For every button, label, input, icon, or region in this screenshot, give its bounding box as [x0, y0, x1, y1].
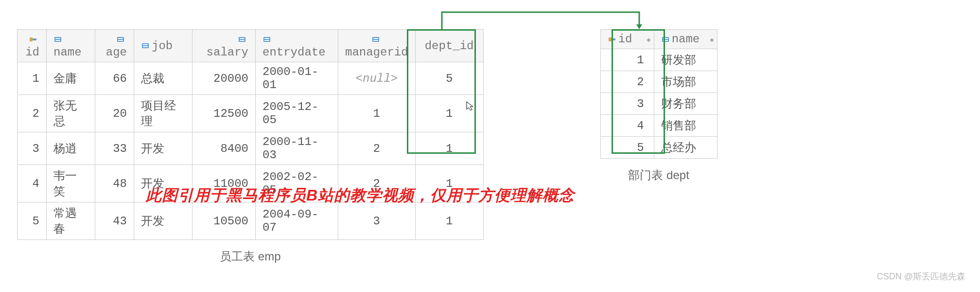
table-cell[interactable]: 3 — [18, 132, 47, 165]
svg-rect-13 — [240, 40, 245, 41]
column-icon — [238, 36, 246, 43]
table-cell[interactable]: 4 — [600, 115, 654, 137]
table-cell[interactable]: 总经办 — [654, 137, 717, 159]
sort-icon[interactable]: ◆ — [710, 35, 714, 43]
table-row[interactable]: 3财务部 — [600, 93, 717, 115]
svg-rect-22 — [662, 37, 669, 42]
table-cell[interactable]: 杨逍 — [47, 132, 95, 165]
col-header-name[interactable]: name — [47, 30, 95, 62]
svg-rect-14 — [263, 37, 270, 42]
table-cell[interactable]: 财务部 — [654, 93, 717, 115]
col-salary-label: salary — [207, 46, 248, 59]
table-cell[interactable]: 5 — [600, 137, 654, 159]
svg-rect-24 — [663, 40, 668, 41]
table-cell[interactable]: 市场部 — [654, 71, 717, 93]
table-cell[interactable]: 20 — [95, 95, 134, 132]
table-row[interactable]: 1研发部 — [600, 49, 717, 71]
table-cell[interactable]: 1 — [415, 95, 483, 132]
svg-rect-11 — [239, 37, 245, 42]
table-cell[interactable]: 5 — [18, 202, 47, 240]
svg-rect-21 — [612, 38, 615, 40]
svg-rect-23 — [663, 38, 668, 39]
dept-header-row: id◆ name◆ — [600, 30, 717, 49]
table-row[interactable]: 3杨逍33开发84002000-11-0321 — [18, 132, 484, 165]
table-row[interactable]: 1金庸66总裁200002000-01-01<null>5 — [18, 62, 484, 95]
table-cell[interactable]: 3 — [600, 93, 654, 115]
table-cell[interactable]: 1 — [600, 49, 654, 71]
table-cell[interactable]: 20000 — [192, 62, 256, 95]
svg-rect-4 — [55, 40, 60, 41]
table-cell[interactable]: 33 — [95, 132, 134, 165]
table-cell[interactable]: 1 — [415, 132, 483, 165]
table-cell[interactable]: 销售部 — [654, 115, 717, 137]
column-icon — [116, 36, 125, 43]
table-cell[interactable]: 1 — [18, 62, 47, 95]
col-header-managerid[interactable]: managerid — [338, 30, 416, 62]
table-cell[interactable]: 2000-01-01 — [256, 62, 338, 95]
table-cell[interactable]: 2005-12-05 — [256, 95, 338, 132]
fk-connector-line — [441, 10, 650, 32]
col-name-label: name — [53, 46, 82, 59]
col-header-age[interactable]: age — [95, 30, 134, 62]
column-icon — [53, 36, 62, 43]
col-header-dept-name[interactable]: name◆ — [654, 30, 717, 49]
table-cell[interactable]: 5 — [415, 62, 483, 95]
table-cell[interactable]: 1 — [415, 202, 483, 240]
table-cell[interactable]: 研发部 — [654, 49, 717, 71]
table-cell[interactable]: 张无忌 — [47, 95, 95, 132]
table-cell[interactable]: 总裁 — [134, 62, 192, 95]
table-cell[interactable]: 开发 — [134, 202, 192, 240]
col-header-entrydate[interactable]: entrydate — [256, 30, 338, 62]
table-cell[interactable]: 2000-11-03 — [256, 132, 338, 165]
table-cell[interactable]: 2 — [338, 132, 416, 165]
table-row[interactable]: 2市场部 — [600, 71, 717, 93]
table-cell[interactable]: 48 — [95, 165, 134, 202]
col-header-salary[interactable]: salary — [192, 30, 256, 62]
table-cell[interactable]: 开发 — [134, 132, 192, 165]
col-header-id[interactable]: id — [18, 30, 47, 62]
table-cell[interactable]: 2 — [600, 71, 654, 93]
table-cell[interactable]: 1 — [338, 95, 416, 132]
svg-rect-6 — [118, 38, 123, 39]
svg-rect-16 — [264, 40, 269, 41]
col-header-job[interactable]: job — [134, 30, 192, 62]
table-cell[interactable]: 金庸 — [47, 62, 95, 95]
table-cell[interactable]: 4 — [18, 165, 47, 202]
col-header-dept-id[interactable]: id◆ — [600, 30, 654, 49]
table-cell[interactable]: <null> — [338, 62, 416, 95]
col-dept-id-label: id — [618, 33, 632, 46]
table-row[interactable]: 4销售部 — [600, 115, 717, 137]
column-icon — [661, 36, 670, 43]
svg-rect-20 — [609, 37, 612, 41]
sort-icon[interactable]: ◆ — [647, 35, 650, 43]
svg-rect-12 — [240, 38, 245, 39]
table-cell[interactable]: 常遇春 — [47, 202, 95, 240]
table-row[interactable]: 5常遇春43开发105002004-09-0731 — [18, 202, 484, 240]
table-cell[interactable]: 3 — [338, 202, 416, 240]
svg-rect-9 — [143, 44, 148, 45]
col-managerid-label: managerid — [345, 46, 408, 59]
table-cell[interactable]: 12500 — [192, 95, 256, 132]
table-row[interactable]: 5总经办 — [600, 137, 717, 159]
table-cell[interactable]: 2004-09-07 — [256, 202, 338, 240]
primary-key-icon — [29, 36, 37, 43]
table-cell[interactable]: 2 — [18, 95, 47, 132]
emp-header-row: id name age job salary entrydate manager… — [18, 30, 484, 62]
table-cell[interactable]: 8400 — [192, 132, 256, 165]
col-entrydate-label: entrydate — [262, 46, 326, 59]
svg-rect-0 — [30, 37, 33, 41]
svg-rect-18 — [373, 38, 378, 39]
svg-rect-17 — [372, 37, 379, 42]
table-cell[interactable]: 韦一笑 — [47, 165, 95, 202]
col-header-deptid[interactable]: dept_id — [415, 30, 483, 62]
dept-caption: 部门表 dept — [628, 167, 689, 183]
table-cell[interactable]: 66 — [95, 62, 134, 95]
table-cell[interactable]: 43 — [95, 202, 134, 240]
col-age-label: age — [106, 46, 127, 59]
svg-rect-8 — [142, 43, 149, 48]
table-cell[interactable]: 10500 — [192, 202, 256, 240]
table-cell[interactable]: 项目经理 — [134, 95, 192, 132]
table-row[interactable]: 2张无忌20项目经理125002005-12-0511 — [18, 95, 484, 132]
dept-table[interactable]: id◆ name◆ 1研发部2市场部3财务部4销售部5总经办 — [600, 29, 718, 159]
emp-table[interactable]: id name age job salary entrydate manager… — [17, 29, 484, 240]
